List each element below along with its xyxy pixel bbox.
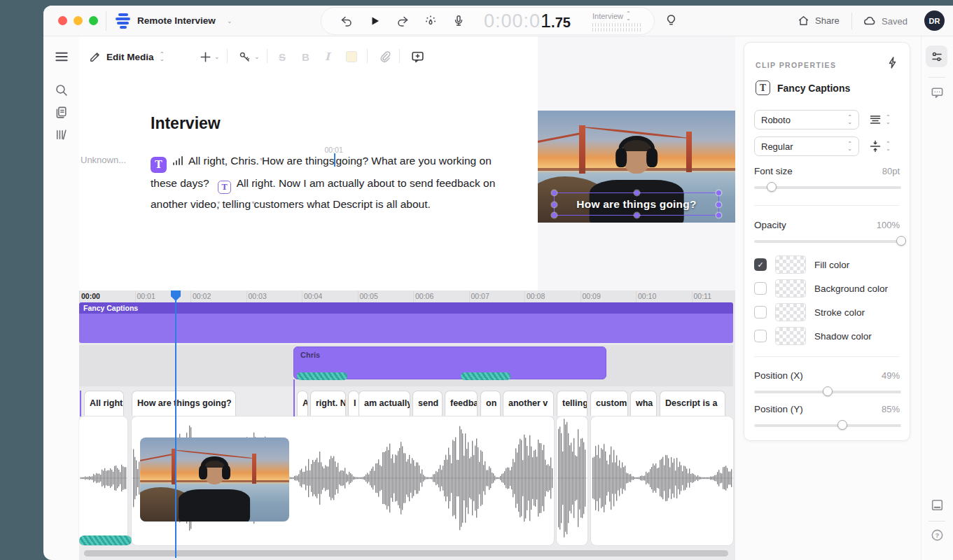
caption-selection-box[interactable]: How are things going? xyxy=(554,192,720,216)
editor-mode-selector[interactable]: Edit Media xyxy=(106,49,154,64)
color-checkbox[interactable] xyxy=(754,306,767,318)
slider-knob[interactable] xyxy=(837,420,847,430)
slider-track[interactable] xyxy=(754,240,901,243)
color-checkbox[interactable] xyxy=(754,330,767,342)
caption-card-icon[interactable]: T xyxy=(151,157,167,173)
toggle-timeline-panel-button[interactable] xyxy=(930,498,945,512)
selection-handle[interactable] xyxy=(716,202,721,207)
clip-boundary-marker[interactable] xyxy=(293,379,295,416)
audio-levels-icon[interactable] xyxy=(172,155,183,166)
word-chip[interactable]: Descript is a xyxy=(660,391,725,416)
edit-mode-pencil-icon[interactable] xyxy=(88,49,102,64)
search-icon[interactable] xyxy=(54,83,69,97)
font-family-select[interactable]: Roboto⌃⌄ xyxy=(754,110,859,130)
undo-button[interactable] xyxy=(340,14,354,28)
position-x-slider[interactable] xyxy=(754,386,901,397)
slider-knob[interactable] xyxy=(823,386,833,396)
record-mic-button[interactable] xyxy=(452,14,466,28)
tips-lightbulb-icon[interactable] xyxy=(664,13,679,28)
opacity-slider[interactable] xyxy=(754,235,901,246)
caption-track-header[interactable]: Fancy Captions xyxy=(79,302,733,314)
help-button[interactable]: ? xyxy=(930,528,945,542)
word-chip[interactable]: another v xyxy=(503,391,554,416)
share-button[interactable]: Share xyxy=(797,14,840,27)
word-chip[interactable]: on xyxy=(480,391,501,416)
project-title[interactable]: Remote Interview xyxy=(137,15,216,26)
word-chip[interactable]: am actually xyxy=(359,391,410,416)
insert-plus-button[interactable] xyxy=(199,49,212,64)
speaker-clip[interactable]: Chris xyxy=(293,346,606,379)
slider-knob[interactable] xyxy=(767,182,777,192)
word-chip[interactable]: feedba xyxy=(445,391,478,416)
word-chip[interactable]: A xyxy=(297,391,308,416)
user-avatar[interactable]: DR xyxy=(924,10,945,31)
ai-enhance-icon[interactable] xyxy=(424,14,438,28)
play-button[interactable] xyxy=(368,14,382,28)
transcript-text[interactable]: TAll right, Chris. How are things00:01go… xyxy=(151,150,512,215)
selection-handle[interactable] xyxy=(716,213,721,218)
video-thumbnail[interactable] xyxy=(140,438,289,522)
bold-button[interactable]: B xyxy=(302,49,309,64)
redo-button[interactable] xyxy=(396,14,410,28)
selection-handle[interactable] xyxy=(552,202,557,207)
color-swatch[interactable] xyxy=(775,327,806,345)
correct-chevron-icon[interactable]: ⌄ xyxy=(254,49,260,64)
color-checkbox[interactable] xyxy=(754,282,767,295)
clip-boundary-marker[interactable] xyxy=(80,391,81,416)
position-y-slider[interactable] xyxy=(754,419,901,430)
main-menu-button[interactable] xyxy=(54,49,69,64)
strikethrough-button[interactable]: S xyxy=(279,49,286,64)
link-paperclip-icon[interactable] xyxy=(378,49,392,64)
word-chip[interactable]: right. N xyxy=(310,391,346,416)
speaker-label[interactable]: Unknown... xyxy=(81,155,126,165)
color-swatch[interactable] xyxy=(775,303,806,321)
audio-card[interactable] xyxy=(591,416,733,545)
caption-track-body[interactable] xyxy=(79,314,733,343)
color-swatch[interactable] xyxy=(775,279,806,298)
playhead-line[interactable] xyxy=(175,290,176,558)
properties-tab-active[interactable] xyxy=(926,46,947,67)
font-size-slider[interactable] xyxy=(754,181,901,192)
zoom-window-button[interactable] xyxy=(89,16,98,25)
word-chip[interactable]: I xyxy=(348,391,359,416)
color-checkbox[interactable]: ✓ xyxy=(754,258,767,271)
audio-card[interactable] xyxy=(557,416,587,545)
word-chip[interactable]: send xyxy=(412,391,443,416)
color-swatch[interactable] xyxy=(775,255,806,274)
highlight-button[interactable] xyxy=(346,49,357,64)
word-chip[interactable]: telling xyxy=(557,391,587,416)
selection-handle[interactable] xyxy=(634,190,639,195)
word-chip[interactable]: wha xyxy=(630,391,657,416)
vertical-align-control[interactable]: ⌃⌄ xyxy=(868,139,891,153)
script-markers-icon[interactable] xyxy=(54,127,69,142)
text-align-control[interactable]: ⌃⌄ xyxy=(868,113,891,127)
minimize-window-button[interactable] xyxy=(74,16,83,25)
comments-tab[interactable] xyxy=(930,85,945,100)
descript-logo-icon[interactable] xyxy=(116,13,132,29)
project-title-chevron-icon[interactable]: ⌄ xyxy=(227,18,232,24)
horizontal-scrollbar[interactable] xyxy=(84,550,728,556)
slider-track[interactable] xyxy=(754,424,901,427)
word-chip[interactable]: How are things going? xyxy=(132,391,236,416)
document-heading[interactable]: Interview xyxy=(151,114,221,133)
font-style-select[interactable]: Regular⌃⌄ xyxy=(754,136,859,156)
quick-actions-bolt-icon[interactable] xyxy=(885,55,900,70)
word-chip[interactable]: All right, xyxy=(84,391,124,416)
pages-icon[interactable] xyxy=(54,105,69,120)
selection-handle[interactable] xyxy=(552,190,557,195)
audio-card[interactable] xyxy=(79,416,127,545)
sync-status[interactable]: Saved xyxy=(863,14,907,28)
italic-button[interactable]: I xyxy=(325,49,330,64)
correct-key-icon[interactable] xyxy=(238,49,251,64)
selection-handle[interactable] xyxy=(552,213,557,218)
add-comment-button[interactable] xyxy=(410,49,425,64)
insert-chevron-icon[interactable]: ⌄ xyxy=(214,49,220,64)
close-window-button[interactable] xyxy=(58,16,67,25)
slider-knob[interactable] xyxy=(896,236,906,246)
color-row-label: Stroke color xyxy=(814,307,865,318)
mode-chevrons-icon[interactable]: ⌃⌄ xyxy=(160,49,165,64)
selection-handle[interactable] xyxy=(716,190,721,195)
word-chip[interactable]: custom xyxy=(590,391,628,416)
font-size-value: 80pt xyxy=(882,166,900,176)
track-selector[interactable]: Interview⌃⌄ xyxy=(592,11,643,31)
